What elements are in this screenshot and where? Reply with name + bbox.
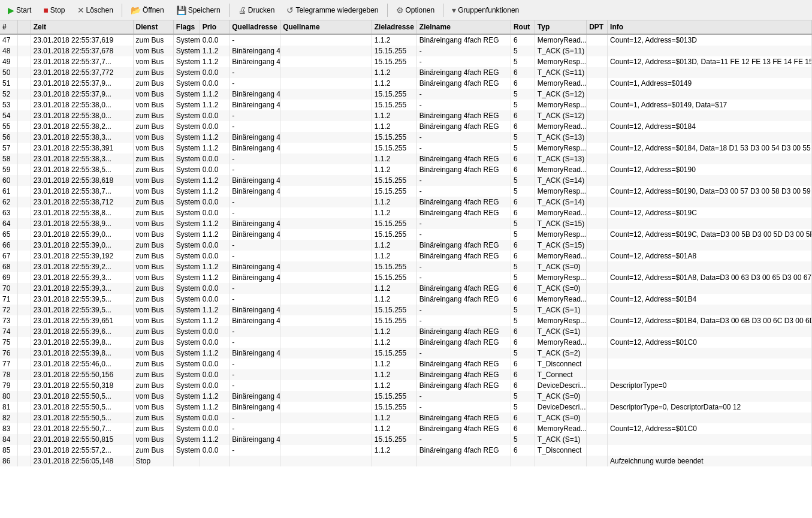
table-row[interactable]: 8323.01.2018 22:55:50,7...zum BusSystem0… [0,423,812,434]
table-row[interactable]: 6023.01.2018 22:55:38,618vom BusSystem1.… [0,175,812,186]
table-row[interactable]: 7523.01.2018 22:55:39,8...zum BusSystem0… [0,337,812,348]
cell-32-0: 79 [0,380,18,391]
table-row[interactable]: 5623.01.2018 22:55:38,3...vom BusSystem1… [0,132,812,143]
cell-23-11: T_ACK (S=0) [535,283,586,294]
cell-37-11: T_ACK (S=1) [535,434,586,445]
cell-33-6: Binäreingang 4fach REG [230,391,280,402]
toolbar-btn-open[interactable]: 📂Öffnen [125,3,170,17]
col-header-dienst[interactable]: Dienst [133,20,173,34]
toolbar-btn-stop[interactable]: ■Stop [38,3,70,17]
table-row[interactable]: 8223.01.2018 22:55:50,5...zum BusSystem0… [0,412,812,423]
col-header-#[interactable]: # [0,20,18,34]
cell-33-9: - [416,391,511,402]
table-row[interactable]: 6923.01.2018 22:55:39,3...vom BusSystem1… [0,272,812,283]
table-row[interactable]: 8423.01.2018 22:55:50,815vom BusSystem1.… [0,434,812,445]
table-row[interactable]: 6623.01.2018 22:55:39,0...zum BusSystem0… [0,240,812,251]
col-header-flags[interactable]: Flags [173,20,200,34]
toolbar-btn-start[interactable]: ▶Start [2,3,37,17]
cell-27-13 [608,326,812,337]
cell-24-4: System [173,294,200,305]
cell-38-6: - [230,445,280,456]
table-row[interactable]: 5723.01.2018 22:55:38,391vom BusSystem1.… [0,143,812,153]
table-row[interactable]: 4823.01.2018 22:55:37,678vom BusSystem1.… [0,46,812,56]
cell-1-3: vom Bus [133,46,173,56]
cell-36-13: Count=12, Address=$01C0 [608,423,812,434]
col-header-quellname[interactable]: Quellname [280,20,372,34]
col-header-rout[interactable]: Rout [511,20,535,34]
table-row[interactable]: 4723.01.2018 22:55:37,619zum BusSystem0.… [0,34,812,46]
cell-2-13: Count=12, Address=$013D, Data=11 FE 12 F… [608,56,812,67]
cell-27-8: 1.1.2 [372,326,416,337]
table-row[interactable]: 7923.01.2018 22:55:50,318zum BusSystem0.… [0,380,812,391]
table-row[interactable]: 8523.01.2018 22:55:57,2...zum BusSystem0… [0,445,812,456]
toolbar-btn-print[interactable]: 🖨Drucken [233,3,280,17]
table-row[interactable]: 5823.01.2018 22:55:38,3...zum BusSystem0… [0,153,812,164]
table-row[interactable]: 8123.01.2018 22:55:50,5...vom BusSystem1… [0,402,812,412]
cell-1-4: System [173,46,200,56]
table-row[interactable]: 6423.01.2018 22:55:38,9...vom BusSystem1… [0,218,812,229]
cell-32-7 [280,380,372,391]
col-header-quelladresse[interactable]: Quelladresse [230,20,280,34]
table-row[interactable]: 6723.01.2018 22:55:39,192zum BusSystem0.… [0,251,812,261]
table-row[interactable]: 5423.01.2018 22:55:38,0...zum BusSystem0… [0,110,812,121]
cell-7-2: 23.01.2018 22:55:38,0... [31,110,133,121]
table-row[interactable]: 8023.01.2018 22:55:50,5...vom BusSystem1… [0,391,812,402]
col-header-info[interactable]: Info [608,20,812,34]
toolbar-btn-save[interactable]: 💾Speichern [171,3,226,17]
table-row[interactable]: 5523.01.2018 22:55:38,2...zum BusSystem0… [0,121,812,132]
cell-20-0: 67 [0,251,18,261]
col-header-zieladresse[interactable]: Zieladresse [372,20,416,34]
table-row[interactable]: 6823.01.2018 22:55:39,2...vom BusSystem1… [0,261,812,272]
cell-11-1 [18,153,31,164]
table-row[interactable]: 7723.01.2018 22:55:46,0...zum BusSystem0… [0,359,812,369]
toolbar-label-print: Drucken [248,6,275,14]
cell-19-10: 6 [511,240,535,251]
toolbar-btn-options[interactable]: ⚙Optionen [391,3,440,17]
table-wrapper[interactable]: #ZeitDienstFlagsPrioQuelladresseQuellnam… [0,20,812,518]
col-header-dpt[interactable]: DPT [587,20,608,34]
table-row[interactable]: 6223.01.2018 22:55:38,712zum BusSystem0.… [0,197,812,207]
table-row[interactable]: 7423.01.2018 22:55:39,6...zum BusSystem0… [0,326,812,337]
table-row[interactable]: 7823.01.2018 22:55:50,156zum BusSystem0.… [0,369,812,380]
col-header-prio[interactable]: Prio [200,20,229,34]
col-header-typ[interactable]: Typ [535,20,586,34]
table-row[interactable]: 7023.01.2018 22:55:39,3...zum BusSystem0… [0,283,812,294]
col-header-zeit[interactable]: Zeit [31,20,133,34]
cell-26-10: 5 [511,315,535,326]
cell-9-13 [608,132,812,143]
cell-33-7 [280,391,372,402]
table-row[interactable]: 5923.01.2018 22:55:38,5...zum BusSystem0… [0,164,812,175]
table-row[interactable]: 5323.01.2018 22:55:38,0...vom BusSystem1… [0,100,812,110]
table-row[interactable]: 5023.01.2018 22:55:37,772zum BusSystem0.… [0,67,812,78]
cell-14-3: vom Bus [133,186,173,197]
cell-35-2: 23.01.2018 22:55:50,5... [31,412,133,423]
cell-22-0: 69 [0,272,18,283]
table-row[interactable]: 7323.01.2018 22:55:39,651vom BusSystem1.… [0,315,812,326]
cell-30-13 [608,359,812,369]
table-row[interactable]: 5123.01.2018 22:55:37,9...zum BusSystem0… [0,78,812,89]
table-row[interactable]: 7623.01.2018 22:55:39,8...vom BusSystem1… [0,348,812,359]
cell-36-9: Binäreingang 4fach REG [416,423,511,434]
table-row[interactable]: 7123.01.2018 22:55:39,5...zum BusSystem0… [0,294,812,305]
options-icon: ⚙ [396,5,404,15]
cell-22-5: 1.1.2 [200,272,229,283]
table-row[interactable]: 6123.01.2018 22:55:38,7...vom BusSystem1… [0,186,812,197]
col-header-1[interactable] [18,20,31,34]
toolbar-btn-delete[interactable]: ✕Löschen [72,3,119,17]
table-row[interactable]: 7223.01.2018 22:55:39,5...vom BusSystem1… [0,305,812,315]
cell-32-13: DescriptorType=0 [608,380,812,391]
table-row[interactable]: 4923.01.2018 22:55:37,7...vom BusSystem1… [0,56,812,67]
table-row[interactable]: 6523.01.2018 22:55:39,0...vom BusSystem1… [0,229,812,240]
cell-28-2: 23.01.2018 22:55:39,8... [31,337,133,348]
cell-32-12 [587,380,608,391]
table-row[interactable]: 5223.01.2018 22:55:37,9...vom BusSystem1… [0,89,812,100]
col-header-zielname[interactable]: Zielname [416,20,511,34]
toolbar-btn-telegram[interactable]: ↺Telegramme wiedergeben [281,3,384,17]
cell-34-1 [18,402,31,412]
cell-22-8: 15.15.255 [372,272,416,283]
table-row[interactable]: 8623.01.2018 22:56:05,148StopAufzeichnun… [0,456,812,466]
table-row[interactable]: 6323.01.2018 22:55:38,8...zum BusSystem0… [0,207,812,218]
cell-18-11: MemoryResp... [535,229,586,240]
toolbar-btn-group[interactable]: ▾Gruppenfunktionen [446,3,524,17]
delete-icon: ✕ [77,5,84,15]
